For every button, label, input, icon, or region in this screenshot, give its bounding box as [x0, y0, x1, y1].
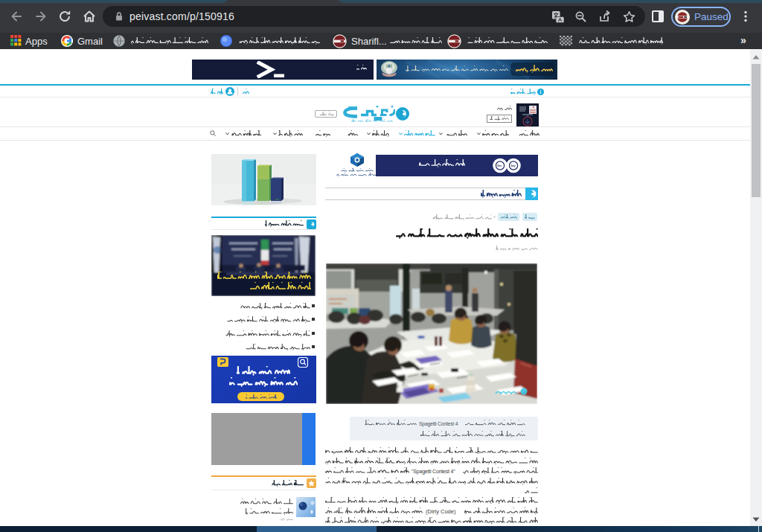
svg-text:Dev: Dev	[497, 164, 502, 167]
svg-text:Day: Day	[511, 164, 516, 167]
